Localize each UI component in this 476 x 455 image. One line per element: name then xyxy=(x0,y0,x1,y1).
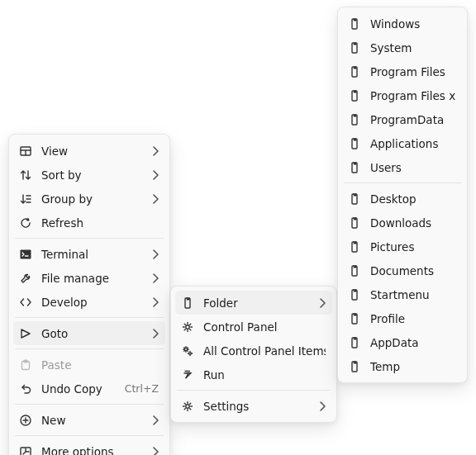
menu-separator xyxy=(15,435,164,436)
menu-item-program-files[interactable]: Program Files xyxy=(342,59,463,83)
menu-item-label: Profile xyxy=(370,312,456,325)
menu-separator xyxy=(15,348,164,349)
submenu-arrow-icon xyxy=(149,445,159,456)
menu-item-group-by[interactable]: Group by xyxy=(13,187,165,211)
folder-icon xyxy=(347,64,362,79)
submenu-arrow-icon xyxy=(149,248,159,261)
submenu-arrow-icon xyxy=(316,400,326,413)
menu-item-label: AppData xyxy=(370,336,456,349)
menu-separator xyxy=(15,317,164,318)
menu-item-terminal[interactable]: Terminal xyxy=(13,242,165,266)
folder-icon xyxy=(347,160,362,175)
menu-item-applications[interactable]: Applications xyxy=(342,131,463,155)
folder-icon xyxy=(347,112,362,127)
folder-icon xyxy=(347,216,362,230)
menu-item-startmenu[interactable]: Startmenu xyxy=(342,282,463,306)
folder-icon xyxy=(347,192,362,206)
undo-icon xyxy=(18,382,33,396)
menu-item-users[interactable]: Users xyxy=(342,155,463,179)
folder-icon xyxy=(347,40,362,55)
menu-item-more-options[interactable]: More options xyxy=(13,439,165,455)
group-icon xyxy=(18,192,33,206)
view-icon xyxy=(18,144,33,159)
menu-item-label: Sort by xyxy=(41,168,149,182)
submenu-arrow-icon xyxy=(149,296,159,309)
menu-item-label: Pictures xyxy=(370,240,456,254)
menu-item-goto[interactable]: Goto xyxy=(13,321,165,345)
menu-item-label: Windows xyxy=(370,17,456,31)
submenu-arrow-icon xyxy=(149,272,159,285)
menu-item-profile[interactable]: Profile xyxy=(342,306,463,330)
submenu-folder: WindowsSystemProgram FilesProgram Files … xyxy=(337,7,468,383)
menu-item-label: Program Files x86 xyxy=(370,89,456,102)
menu-item-run[interactable]: Run xyxy=(175,363,332,386)
folder-icon xyxy=(347,263,362,278)
menu-item-label: Applications xyxy=(370,137,456,150)
folder-icon xyxy=(347,88,362,103)
menu-item-view[interactable]: View xyxy=(13,139,165,163)
menu-item-downloads[interactable]: Downloads xyxy=(342,211,463,235)
shortcut-label: Ctrl+Z xyxy=(125,382,159,395)
menu-item-appdata[interactable]: AppData xyxy=(342,330,463,354)
menu-item-label: Startmenu xyxy=(370,288,456,301)
menu-item-label: Users xyxy=(370,161,456,174)
folder-icon xyxy=(347,136,362,151)
menu-item-label: Folder xyxy=(203,296,316,310)
menu-item-label: Temp xyxy=(370,360,456,373)
submenu-arrow-icon xyxy=(149,192,159,206)
menu-item-programdata[interactable]: ProgramData xyxy=(342,107,463,131)
sort-icon xyxy=(18,168,33,182)
menu-item-control-panel[interactable]: Control Panel xyxy=(175,315,332,339)
menu-item-program-files-x86[interactable]: Program Files x86 xyxy=(342,83,463,107)
menu-item-system[interactable]: System xyxy=(342,36,463,59)
submenu-arrow-icon xyxy=(149,414,159,427)
folder-icon xyxy=(347,335,362,350)
menu-item-label: Settings xyxy=(203,400,316,413)
menu-item-settings[interactable]: Settings xyxy=(175,394,332,418)
gear-icon xyxy=(180,320,195,334)
menu-item-windows[interactable]: Windows xyxy=(342,12,463,36)
submenu-arrow-icon xyxy=(149,168,159,182)
menu-item-folder[interactable]: Folder xyxy=(175,291,332,315)
menu-item-pictures[interactable]: Pictures xyxy=(342,235,463,258)
menu-item-label: New xyxy=(41,414,149,427)
menu-item-label: Group by xyxy=(41,192,149,206)
menu-item-label: Goto xyxy=(41,327,149,340)
submenu-arrow-icon xyxy=(149,327,159,340)
menu-item-all-control-panel-items[interactable]: All Control Panel Items xyxy=(175,339,332,363)
menu-item-label: Undo Copy xyxy=(41,382,117,396)
menu-item-file-manage[interactable]: File manage xyxy=(13,266,165,290)
run-icon xyxy=(180,367,195,382)
menu-item-sort-by[interactable]: Sort by xyxy=(13,163,165,187)
menu-item-label: Terminal xyxy=(41,248,149,261)
code-icon xyxy=(18,295,33,310)
folder-icon xyxy=(180,296,195,310)
menu-item-develop[interactable]: Develop xyxy=(13,290,165,314)
menu-item-documents[interactable]: Documents xyxy=(342,258,463,282)
terminal-icon xyxy=(18,247,33,262)
wrench-icon xyxy=(18,271,33,286)
refresh-icon xyxy=(18,216,33,230)
menu-item-label: File manage xyxy=(41,272,149,285)
play-icon xyxy=(18,326,33,341)
submenu-arrow-icon xyxy=(149,145,159,158)
menu-item-refresh[interactable]: Refresh xyxy=(13,211,165,235)
gear-icon xyxy=(180,399,195,414)
menu-item-label: System xyxy=(370,41,456,55)
menu-item-new[interactable]: New xyxy=(13,408,165,432)
menu-item-label: Documents xyxy=(370,264,456,277)
menu-item-temp[interactable]: Temp xyxy=(342,354,463,378)
folder-icon xyxy=(347,239,362,254)
menu-item-label: Program Files xyxy=(370,65,456,78)
folder-icon xyxy=(347,359,362,374)
menu-item-label: Refresh xyxy=(41,216,159,230)
submenu-goto: Folder Control Panel All Control Panel I… xyxy=(170,286,337,423)
menu-separator xyxy=(15,404,164,405)
menu-separator xyxy=(177,390,331,391)
menu-item-desktop[interactable]: Desktop xyxy=(342,187,463,211)
folder-icon xyxy=(347,311,362,326)
submenu-arrow-icon xyxy=(316,296,326,310)
folder-icon xyxy=(347,17,362,31)
menu-item-undo-copy[interactable]: Undo Copy Ctrl+Z xyxy=(13,377,165,400)
menu-item-label: Downloads xyxy=(370,216,456,230)
